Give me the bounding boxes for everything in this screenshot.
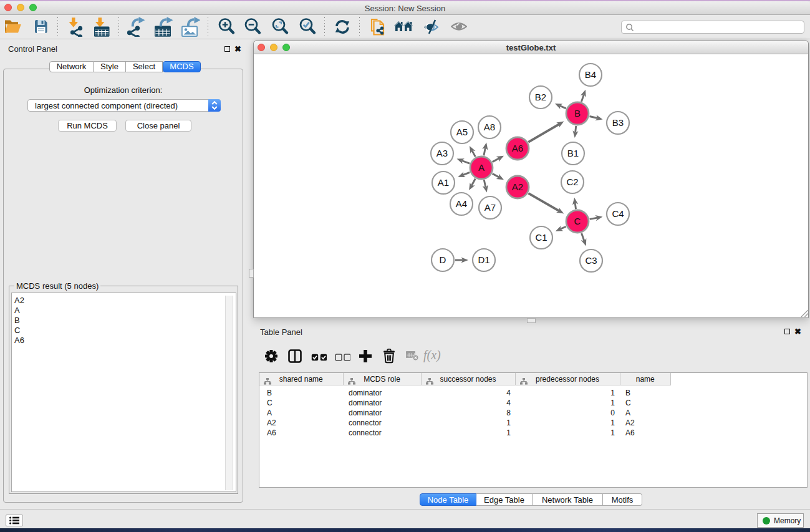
svg-text:C2: C2 — [566, 177, 578, 187]
svg-text:B3: B3 — [612, 117, 624, 128]
svg-text:C1: C1 — [535, 232, 547, 243]
svg-text:C4: C4 — [612, 208, 624, 219]
svg-text:A: A — [478, 162, 485, 173]
svg-text:A5: A5 — [456, 127, 468, 137]
svg-text:A6: A6 — [512, 143, 523, 153]
svg-text:C: C — [574, 216, 581, 226]
svg-text:C3: C3 — [585, 255, 597, 266]
svg-text:B2: B2 — [535, 92, 546, 102]
svg-text:A2: A2 — [512, 181, 523, 192]
svg-text:B: B — [574, 108, 581, 118]
svg-text:A7: A7 — [485, 202, 496, 213]
svg-text:B1: B1 — [567, 148, 579, 158]
svg-text:D1: D1 — [478, 254, 489, 265]
svg-text:A1: A1 — [438, 177, 449, 188]
svg-text:A3: A3 — [436, 148, 448, 158]
svg-text:A4: A4 — [456, 198, 467, 209]
svg-text:D: D — [440, 254, 446, 265]
svg-text:B4: B4 — [585, 69, 596, 80]
svg-text:A8: A8 — [484, 122, 495, 132]
